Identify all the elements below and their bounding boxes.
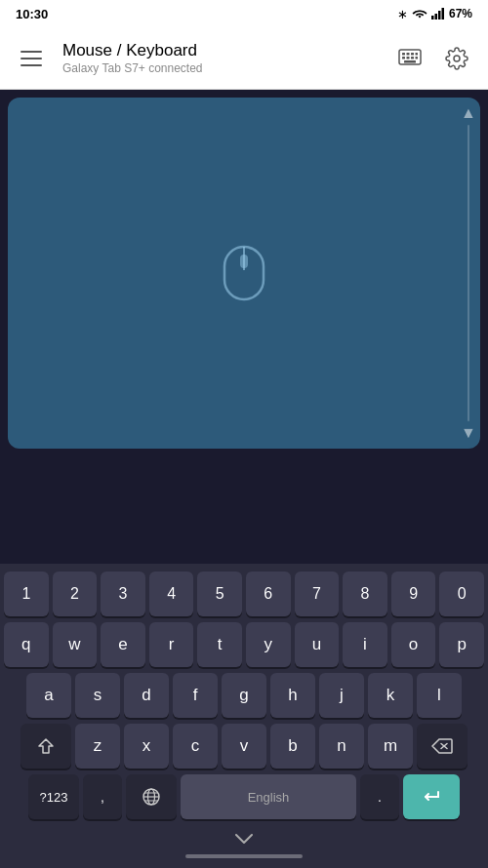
svg-rect-2: [438, 11, 441, 20]
qwerty-row: q w e r t y u i o p: [4, 622, 484, 667]
hamburger-line: [20, 64, 42, 66]
key-l[interactable]: l: [417, 673, 462, 718]
svg-rect-13: [404, 60, 416, 63]
key-x[interactable]: x: [124, 724, 169, 769]
svg-rect-1: [434, 14, 437, 20]
comma-key[interactable]: ,: [83, 774, 122, 819]
key-c[interactable]: c: [173, 724, 218, 769]
status-time: 10:30: [16, 7, 48, 21]
hamburger-line: [20, 51, 42, 53]
key-p[interactable]: p: [439, 622, 484, 667]
key-8[interactable]: 8: [343, 572, 387, 616]
key-f[interactable]: f: [173, 673, 218, 718]
key-i[interactable]: i: [343, 622, 387, 667]
key-v[interactable]: v: [222, 724, 266, 769]
chevron-down-bar[interactable]: [4, 825, 484, 854]
number-row: 1 2 3 4 5 6 7 8 9 0: [4, 572, 484, 616]
bluetooth-icon: ∗: [397, 7, 408, 21]
num123-key[interactable]: ?123: [28, 774, 79, 819]
key-a[interactable]: a: [26, 673, 71, 718]
key-h[interactable]: h: [270, 673, 315, 718]
shift-key[interactable]: [20, 724, 71, 769]
scroll-down-arrow: ▼: [461, 425, 476, 441]
key-q[interactable]: q: [4, 622, 49, 667]
svg-rect-10: [407, 57, 410, 59]
zxcv-row: z x c v b n m: [4, 724, 484, 769]
space-bar[interactable]: English: [181, 774, 356, 819]
key-d[interactable]: d: [124, 673, 169, 718]
key-n[interactable]: n: [319, 724, 364, 769]
svg-rect-8: [416, 53, 419, 56]
hamburger-line: [20, 58, 42, 59]
key-3[interactable]: 3: [101, 572, 145, 616]
hamburger-menu-button[interactable]: [12, 39, 51, 78]
key-e[interactable]: e: [101, 622, 145, 667]
status-bar: 10:30 ∗ 67%: [0, 0, 488, 27]
svg-rect-12: [416, 57, 419, 59]
svg-rect-11: [411, 57, 414, 59]
scroll-up-arrow: ▲: [461, 105, 476, 121]
status-icons: ∗ 67%: [397, 7, 472, 21]
key-4[interactable]: 4: [149, 572, 194, 616]
period-key[interactable]: .: [360, 774, 399, 819]
key-w[interactable]: w: [53, 622, 98, 667]
key-6[interactable]: 6: [246, 572, 291, 616]
svg-rect-16: [240, 255, 248, 268]
scroll-track: [468, 125, 469, 421]
touchpad-area[interactable]: ▲ ▼: [8, 98, 480, 449]
key-5[interactable]: 5: [197, 572, 242, 616]
key-b[interactable]: b: [270, 724, 315, 769]
signal-icon: [431, 8, 445, 20]
keyboard-icon-button[interactable]: [390, 39, 429, 78]
backspace-key[interactable]: [417, 724, 468, 769]
key-m[interactable]: m: [368, 724, 413, 769]
mouse-icon: [223, 245, 265, 301]
key-2[interactable]: 2: [53, 572, 98, 616]
key-u[interactable]: u: [295, 622, 340, 667]
key-z[interactable]: z: [75, 724, 120, 769]
svg-rect-7: [411, 53, 414, 56]
header-title-block: Mouse / Keyboard Galaxy Tab S7+ connecte…: [62, 41, 390, 75]
svg-rect-5: [402, 53, 405, 56]
svg-rect-0: [431, 16, 434, 20]
key-0[interactable]: 0: [439, 572, 484, 616]
svg-rect-3: [441, 8, 444, 20]
app-header: Mouse / Keyboard Galaxy Tab S7+ connecte…: [0, 27, 488, 90]
asdf-row: a s d f g h j k l: [4, 673, 484, 718]
battery-icon: 67%: [449, 7, 472, 20]
enter-key[interactable]: [403, 774, 460, 819]
key-j[interactable]: j: [319, 673, 364, 718]
svg-rect-6: [407, 53, 410, 56]
bottom-key-row: ?123 , English .: [4, 774, 484, 819]
key-9[interactable]: 9: [391, 572, 436, 616]
page-title: Mouse / Keyboard: [62, 41, 390, 60]
key-y[interactable]: y: [246, 622, 291, 667]
key-g[interactable]: g: [222, 673, 266, 718]
globe-key[interactable]: [126, 774, 177, 819]
wifi-icon: [412, 8, 427, 20]
key-o[interactable]: o: [391, 622, 436, 667]
header-actions: [390, 39, 476, 78]
key-t[interactable]: t: [197, 622, 242, 667]
device-subtitle: Galaxy Tab S7+ connected: [62, 61, 390, 75]
home-indicator: [4, 854, 484, 864]
home-bar: [185, 854, 303, 858]
keyboard-container: 1 2 3 4 5 6 7 8 9 0 q w e r t y u i o p …: [0, 564, 488, 868]
settings-icon-button[interactable]: [437, 39, 476, 78]
key-k[interactable]: k: [368, 673, 413, 718]
key-7[interactable]: 7: [295, 572, 340, 616]
svg-rect-9: [402, 57, 405, 59]
key-1[interactable]: 1: [4, 572, 49, 616]
key-s[interactable]: s: [75, 673, 120, 718]
key-r[interactable]: r: [149, 622, 194, 667]
scroll-indicator: ▲ ▼: [465, 98, 472, 449]
